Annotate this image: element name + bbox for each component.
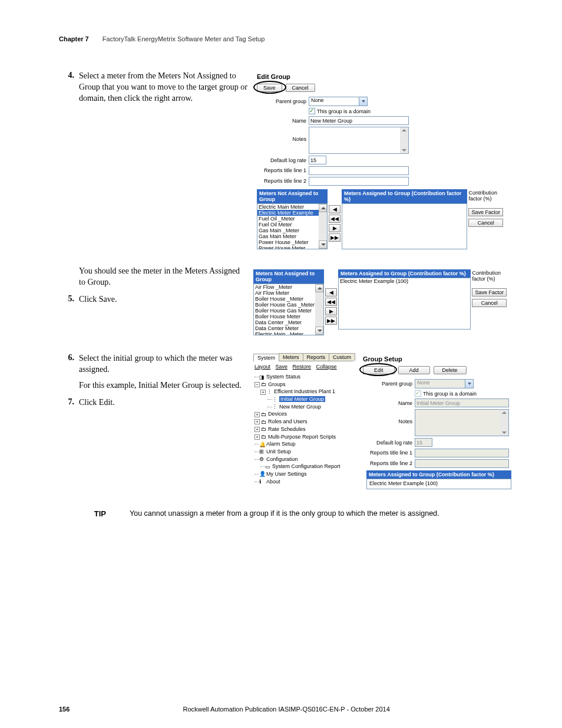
move-right-button[interactable]: ▶: [325, 307, 337, 315]
move-all-left-button[interactable]: ◀◀: [329, 215, 340, 223]
tree-user-settings[interactable]: My User Settings: [266, 471, 307, 477]
edit-group-title: Edit Group: [257, 73, 503, 80]
gs-rtl1-label: Reports title line 1: [366, 450, 415, 456]
step-5-num: 5.: [59, 294, 74, 304]
step-7-text: Click Edit.: [79, 397, 115, 409]
name-input[interactable]: [309, 116, 409, 125]
tab-meters[interactable]: Meters: [279, 353, 303, 361]
layout-link[interactable]: Layout: [254, 364, 270, 370]
cancel-factor-button[interactable]: Cancel: [468, 219, 503, 227]
not-assigned-list-2[interactable]: Air Flow _Meter Air Flow Meter Boiler Ho…: [253, 284, 324, 335]
move-all-left-button[interactable]: ◀◀: [325, 298, 337, 306]
rtl1-input[interactable]: [309, 166, 409, 175]
folder-icon: 🗀: [261, 419, 267, 426]
list-item[interactable]: Boiler House Gas _Meter: [254, 302, 323, 308]
tree-about[interactable]: About: [266, 479, 280, 485]
tree-system-status[interactable]: System Status: [266, 374, 300, 380]
expand-icon[interactable]: +: [254, 419, 260, 424]
tree-sys-config-report[interactable]: System Configuration Report: [272, 463, 340, 469]
save-factor-button[interactable]: Save Factor: [468, 208, 503, 216]
notes-label: Notes: [260, 127, 309, 142]
tab-system[interactable]: System: [253, 354, 279, 361]
tree-new-group[interactable]: New Meter Group: [279, 404, 321, 410]
save-factor-button[interactable]: Save Factor: [472, 288, 507, 297]
list-item[interactable]: Fuel Oil _Meter: [257, 216, 327, 222]
tree-roles-users[interactable]: Roles and Users: [268, 419, 308, 424]
list-item[interactable]: Power House Meter: [257, 245, 327, 249]
config-icon: ⚙: [259, 456, 265, 463]
dropdown-icon: [465, 380, 473, 388]
save-button[interactable]: Save: [257, 84, 282, 92]
list-item[interactable]: Gas Main _Meter: [257, 228, 327, 233]
move-left-button[interactable]: ◀: [329, 205, 340, 213]
dropdown-icon: [359, 97, 367, 106]
move-left-button[interactable]: ◀: [325, 288, 337, 297]
folder-icon: 🗀: [261, 411, 267, 418]
not-assigned-list[interactable]: Electric Main Meter Electric Meter Examp…: [257, 203, 328, 249]
nav-links: Layout Save Restore Collapse: [253, 361, 353, 372]
move-all-right-button[interactable]: ▶▶: [329, 233, 340, 242]
tree-unit-setup[interactable]: Unit Setup: [266, 449, 291, 454]
list-item[interactable]: Data Center _Meter: [254, 319, 323, 325]
edit-group-screenshot-1: Edit Group Save Cancel Parent group None…: [253, 71, 507, 252]
tree-initial-group[interactable]: Initial Meter Group: [279, 396, 325, 402]
assigned-header-2: Meters Assigned to Group (Contribution f…: [338, 269, 471, 278]
move-right-button[interactable]: ▶: [329, 224, 340, 232]
list-item[interactable]: Electric Meter Example: [257, 210, 327, 216]
assigned-list[interactable]: [342, 203, 467, 249]
list-item[interactable]: Electric Main Meter: [257, 204, 327, 210]
tree-alarm-setup[interactable]: Alarm Setup: [266, 441, 296, 447]
tab-reports[interactable]: Reports: [303, 353, 330, 361]
domain-checkbox-label: This group is a domain: [317, 108, 371, 114]
expand-icon[interactable]: +: [254, 434, 260, 440]
rtl2-input[interactable]: [309, 177, 409, 186]
tree-devices[interactable]: Devices: [268, 411, 287, 417]
cancel-factor-button[interactable]: Cancel: [472, 299, 507, 307]
domain-checkbox[interactable]: [309, 108, 315, 114]
tip-text: You cannot unassign a meter from a group…: [130, 509, 439, 518]
tree-rate-schedules[interactable]: Rate Schedules: [268, 426, 306, 432]
delete-button[interactable]: Delete: [434, 366, 467, 374]
cancel-button[interactable]: Cancel: [286, 84, 315, 92]
gs-notes-label: Notes: [366, 409, 415, 424]
list-item[interactable]: Air Flow _Meter: [254, 284, 323, 290]
notes-textarea[interactable]: [309, 127, 409, 154]
gs-domain-label: This group is a domain: [423, 391, 477, 397]
tree-groups[interactable]: Groups: [268, 381, 286, 387]
folder-icon: 🗀: [261, 381, 267, 388]
move-all-right-button[interactable]: ▶▶: [325, 317, 337, 325]
gs-name-input: [415, 398, 509, 407]
list-item[interactable]: Boiler House Gas Meter: [254, 308, 323, 314]
restore-link[interactable]: Restore: [293, 364, 312, 370]
collapse-icon[interactable]: −: [254, 382, 260, 387]
gs-rtl2-label: Reports title line 2: [366, 461, 415, 466]
tab-custom[interactable]: Custom: [329, 353, 355, 361]
parent-group-select[interactable]: None: [309, 97, 368, 106]
rtl2-label: Reports title line 2: [260, 179, 309, 184]
tree-multi-purpose[interactable]: Multi-Purpose Report Scripts: [268, 434, 336, 440]
collapse-link[interactable]: Collapse: [316, 364, 337, 370]
list-item[interactable]: Boiler House Meter: [254, 314, 323, 319]
expand-icon[interactable]: +: [254, 412, 260, 417]
tree-plant[interactable]: Efficient Industries Plant 1: [274, 388, 335, 394]
list-item[interactable]: Fuel Oil Meter: [257, 222, 327, 228]
tree-configuration[interactable]: Configuration: [266, 456, 298, 462]
save-link[interactable]: Save: [276, 364, 288, 370]
list-item[interactable]: Boiler House _Meter: [254, 296, 323, 302]
list-item[interactable]: Air Flow Meter: [254, 290, 323, 296]
assigned-list-2[interactable]: Electric Meter Example (100): [338, 278, 471, 330]
contrib-label-1: Contribution: [468, 190, 497, 196]
list-item[interactable]: Gas Main Meter: [257, 233, 327, 239]
list-item[interactable]: Data Center Meter: [254, 325, 323, 331]
list-item[interactable]: Electric Main _Meter: [254, 331, 323, 335]
edit-button[interactable]: Edit: [363, 366, 395, 374]
default-log-rate-input[interactable]: [309, 156, 326, 164]
folder-icon: 🗀: [261, 433, 267, 440]
add-button[interactable]: Add: [398, 366, 430, 374]
expand-icon[interactable]: +: [254, 427, 260, 432]
list-item[interactable]: Electric Meter Example (100): [339, 278, 470, 284]
expand-icon[interactable]: +: [260, 390, 266, 395]
list-item[interactable]: Power House _Meter: [257, 239, 327, 245]
gs-rtl2-input: [415, 459, 509, 468]
name-label: Name: [260, 118, 309, 124]
